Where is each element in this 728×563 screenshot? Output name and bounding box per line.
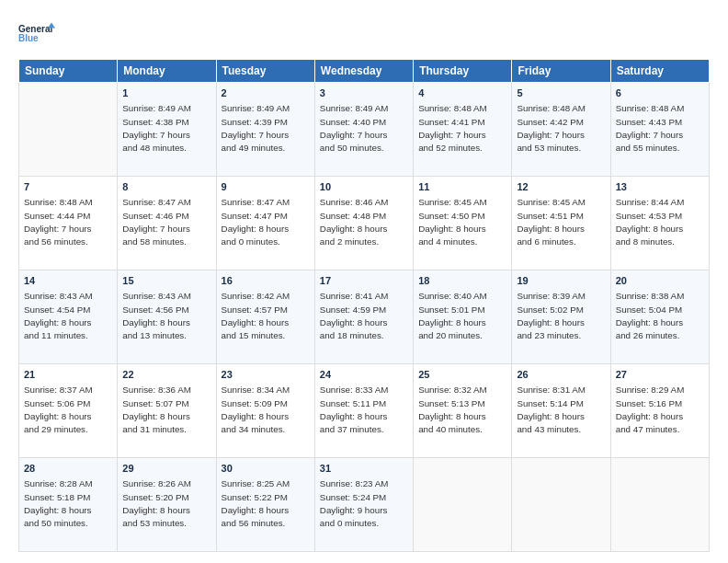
day-number: 15 [122,274,210,288]
day-cell-31: 31Sunrise: 8:23 AM Sunset: 5:24 PM Dayli… [314,458,413,552]
day-info: Sunrise: 8:37 AM Sunset: 5:06 PM Dayligh… [24,384,112,436]
day-number: 23 [222,368,310,382]
day-number: 10 [320,180,408,194]
day-info: Sunrise: 8:47 AM Sunset: 4:46 PM Dayligh… [122,196,210,248]
day-cell-15: 15Sunrise: 8:43 AM Sunset: 4:56 PM Dayli… [118,270,216,364]
day-cell-5: 5Sunrise: 8:48 AM Sunset: 4:42 PM Daylig… [512,83,610,177]
day-info: Sunrise: 8:29 AM Sunset: 5:16 PM Dayligh… [616,384,704,436]
day-header-sunday: Sunday [19,60,118,83]
day-number: 5 [517,86,605,100]
day-number: 21 [24,368,112,382]
day-info: Sunrise: 8:31 AM Sunset: 5:14 PM Dayligh… [517,384,605,436]
day-number: 8 [122,180,210,194]
day-info: Sunrise: 8:40 AM Sunset: 5:01 PM Dayligh… [418,290,506,342]
day-info: Sunrise: 8:23 AM Sunset: 5:24 PM Dayligh… [320,477,408,530]
day-info: Sunrise: 8:45 AM Sunset: 4:50 PM Dayligh… [418,196,506,248]
day-cell-10: 10Sunrise: 8:46 AM Sunset: 4:48 PM Dayli… [314,177,413,270]
day-info: Sunrise: 8:49 AM Sunset: 4:38 PM Dayligh… [122,102,210,155]
day-cell-28: 28Sunrise: 8:28 AM Sunset: 5:18 PM Dayli… [19,458,118,552]
day-cell-17: 17Sunrise: 8:41 AM Sunset: 4:59 PM Dayli… [314,270,413,364]
day-number: 7 [24,180,112,194]
day-header-tuesday: Tuesday [216,60,314,83]
day-cell-16: 16Sunrise: 8:42 AM Sunset: 4:57 PM Dayli… [216,270,314,364]
day-number: 24 [320,368,408,382]
day-cell-4: 4Sunrise: 8:48 AM Sunset: 4:41 PM Daylig… [414,83,512,177]
day-cell-6: 6Sunrise: 8:48 AM Sunset: 4:43 PM Daylig… [610,83,709,177]
week-row-3: 14Sunrise: 8:43 AM Sunset: 4:54 PM Dayli… [19,270,710,364]
day-info: Sunrise: 8:38 AM Sunset: 5:04 PM Dayligh… [616,290,704,342]
day-info: Sunrise: 8:47 AM Sunset: 4:47 PM Dayligh… [222,196,310,248]
day-cell-30: 30Sunrise: 8:25 AM Sunset: 5:22 PM Dayli… [216,458,314,552]
day-info: Sunrise: 8:49 AM Sunset: 4:39 PM Dayligh… [222,102,310,155]
day-number: 30 [222,462,310,476]
day-number: 25 [418,368,506,382]
day-number: 16 [222,274,310,288]
svg-text:General: General [18,24,52,34]
day-cell-20: 20Sunrise: 8:38 AM Sunset: 5:04 PM Dayli… [610,270,709,364]
day-cell-29: 29Sunrise: 8:26 AM Sunset: 5:20 PM Dayli… [118,458,216,552]
day-info: Sunrise: 8:48 AM Sunset: 4:41 PM Dayligh… [418,102,506,155]
week-row-5: 28Sunrise: 8:28 AM Sunset: 5:18 PM Dayli… [19,458,710,552]
day-info: Sunrise: 8:33 AM Sunset: 5:11 PM Dayligh… [320,384,408,436]
day-cell-19: 19Sunrise: 8:39 AM Sunset: 5:02 PM Dayli… [512,270,610,364]
day-info: Sunrise: 8:43 AM Sunset: 4:54 PM Dayligh… [24,290,112,342]
logo: General Blue [18,15,55,52]
day-number: 26 [517,368,605,382]
empty-cell [19,83,118,177]
svg-text:Blue: Blue [18,33,39,43]
day-header-monday: Monday [118,60,216,83]
week-row-4: 21Sunrise: 8:37 AM Sunset: 5:06 PM Dayli… [19,364,710,458]
empty-cell [512,458,610,552]
day-header-wednesday: Wednesday [314,60,413,83]
day-number: 27 [616,368,704,382]
day-cell-27: 27Sunrise: 8:29 AM Sunset: 5:16 PM Dayli… [610,364,709,458]
day-number: 2 [222,86,310,100]
day-cell-25: 25Sunrise: 8:32 AM Sunset: 5:13 PM Dayli… [414,364,512,458]
day-number: 12 [517,180,605,194]
header: General Blue [18,15,710,52]
day-info: Sunrise: 8:49 AM Sunset: 4:40 PM Dayligh… [320,102,408,155]
day-cell-1: 1Sunrise: 8:49 AM Sunset: 4:38 PM Daylig… [118,83,216,177]
calendar-table: SundayMondayTuesdayWednesdayThursdayFrid… [18,59,710,552]
day-number: 18 [418,274,506,288]
day-info: Sunrise: 8:39 AM Sunset: 5:02 PM Dayligh… [517,290,605,342]
day-info: Sunrise: 8:25 AM Sunset: 5:22 PM Dayligh… [222,477,310,530]
day-cell-2: 2Sunrise: 8:49 AM Sunset: 4:39 PM Daylig… [216,83,314,177]
day-number: 17 [320,274,408,288]
day-cell-8: 8Sunrise: 8:47 AM Sunset: 4:46 PM Daylig… [118,177,216,270]
day-number: 19 [517,274,605,288]
day-cell-12: 12Sunrise: 8:45 AM Sunset: 4:51 PM Dayli… [512,177,610,270]
day-number: 6 [616,86,704,100]
day-number: 1 [122,86,210,100]
empty-cell [414,458,512,552]
day-info: Sunrise: 8:32 AM Sunset: 5:13 PM Dayligh… [418,384,506,436]
day-cell-9: 9Sunrise: 8:47 AM Sunset: 4:47 PM Daylig… [216,177,314,270]
day-cell-22: 22Sunrise: 8:36 AM Sunset: 5:07 PM Dayli… [118,364,216,458]
day-header-friday: Friday [512,60,610,83]
page: General Blue SundayMondayTuesdayWednesda… [0,0,728,563]
calendar-header-row: SundayMondayTuesdayWednesdayThursdayFrid… [19,60,710,83]
day-cell-26: 26Sunrise: 8:31 AM Sunset: 5:14 PM Dayli… [512,364,610,458]
day-number: 29 [122,462,210,476]
day-header-thursday: Thursday [414,60,512,83]
day-number: 28 [24,462,112,476]
day-info: Sunrise: 8:44 AM Sunset: 4:53 PM Dayligh… [616,196,704,248]
day-cell-14: 14Sunrise: 8:43 AM Sunset: 4:54 PM Dayli… [19,270,118,364]
day-number: 31 [320,462,408,476]
day-number: 9 [222,180,310,194]
day-info: Sunrise: 8:48 AM Sunset: 4:44 PM Dayligh… [24,196,112,248]
empty-cell [610,458,709,552]
day-cell-23: 23Sunrise: 8:34 AM Sunset: 5:09 PM Dayli… [216,364,314,458]
day-number: 11 [418,180,506,194]
day-info: Sunrise: 8:48 AM Sunset: 4:43 PM Dayligh… [616,102,704,155]
week-row-2: 7Sunrise: 8:48 AM Sunset: 4:44 PM Daylig… [19,177,710,270]
day-cell-11: 11Sunrise: 8:45 AM Sunset: 4:50 PM Dayli… [414,177,512,270]
day-info: Sunrise: 8:28 AM Sunset: 5:18 PM Dayligh… [24,477,112,530]
day-info: Sunrise: 8:42 AM Sunset: 4:57 PM Dayligh… [222,290,310,342]
week-row-1: 1Sunrise: 8:49 AM Sunset: 4:38 PM Daylig… [19,83,710,177]
day-info: Sunrise: 8:41 AM Sunset: 4:59 PM Dayligh… [320,290,408,342]
day-cell-3: 3Sunrise: 8:49 AM Sunset: 4:40 PM Daylig… [314,83,413,177]
day-info: Sunrise: 8:45 AM Sunset: 4:51 PM Dayligh… [517,196,605,248]
day-cell-21: 21Sunrise: 8:37 AM Sunset: 5:06 PM Dayli… [19,364,118,458]
day-info: Sunrise: 8:26 AM Sunset: 5:20 PM Dayligh… [122,477,210,530]
